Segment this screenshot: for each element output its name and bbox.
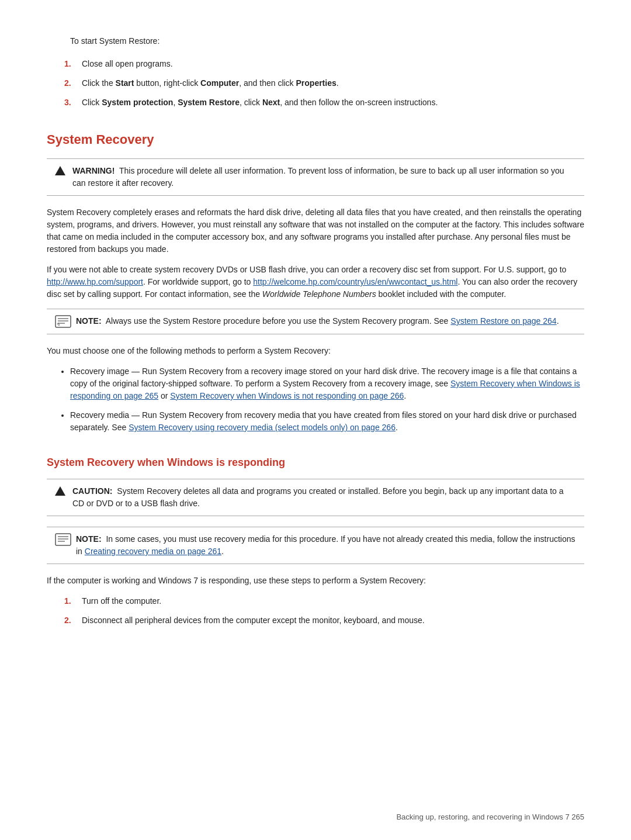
system-recovery-title: System Recovery bbox=[47, 130, 584, 149]
svg-text:✎: ✎ bbox=[56, 322, 60, 327]
bullet-1-mid: or bbox=[158, 391, 170, 400]
note-2-after: . bbox=[221, 547, 224, 556]
srw-step-num-1: 1. bbox=[64, 595, 71, 607]
caution-text: System Recovery deletes all data and pro… bbox=[72, 486, 564, 508]
sr-not-responding-link[interactable]: System Recovery when Windows is not resp… bbox=[170, 391, 404, 400]
note-label-2: NOTE: bbox=[76, 534, 102, 544]
hp-worldwide-link[interactable]: http://welcome.hp.com/country/us/en/wwco… bbox=[253, 277, 457, 286]
note-1-content: NOTE: Always use the System Restore proc… bbox=[76, 315, 559, 327]
sr-para-2-end: booklet included with the computer. bbox=[376, 289, 507, 299]
warning-label: WARNING! bbox=[72, 166, 115, 175]
step-num-3: 3. bbox=[64, 96, 71, 109]
note-1-before: Always use the System Restore procedure … bbox=[106, 316, 451, 326]
note-box-2: NOTE: In some cases, you must use recove… bbox=[47, 527, 584, 564]
sr-using-recovery-link[interactable]: System Recovery using recovery media (se… bbox=[129, 423, 396, 432]
bullet-1-after: . bbox=[404, 391, 406, 400]
srw-para-1: If the computer is working and Windows 7… bbox=[47, 575, 584, 587]
warning-text: WARNING! This procedure will delete all … bbox=[72, 165, 576, 189]
note-label-1: NOTE: bbox=[76, 316, 102, 326]
step-num-1: 1. bbox=[64, 58, 71, 70]
note-box-1: ✎ NOTE: Always use the System Restore pr… bbox=[47, 309, 584, 334]
srw-steps: 1. Turn off the computer. 2. Disconnect … bbox=[47, 595, 584, 627]
intro-step-2: 2. Click the Start button, right-click C… bbox=[82, 77, 584, 89]
sr-para-2-mid: . For worldwide support, go to bbox=[143, 277, 253, 286]
srw-step-1: 1. Turn off the computer. bbox=[82, 595, 584, 607]
step-2-text: Click the Start button, right-click Comp… bbox=[82, 78, 339, 88]
warning-triangle-icon bbox=[55, 166, 65, 175]
srw-step-2: 2. Disconnect all peripheral devices fro… bbox=[82, 614, 584, 627]
system-restore-link[interactable]: System Restore on page 264 bbox=[450, 316, 556, 326]
sr-para-1: System Recovery completely erases and re… bbox=[47, 206, 584, 255]
sr-para-2: If you were not able to create system re… bbox=[47, 264, 584, 300]
note-1-after: . bbox=[557, 316, 559, 326]
note-icon-1: ✎ bbox=[55, 315, 71, 328]
intro-text: To start System Restore: bbox=[47, 35, 584, 47]
subsection-title: System Recovery when Windows is respondi… bbox=[47, 455, 584, 471]
sr-para-2-italic: Worldwide Telephone Numbers bbox=[262, 289, 376, 299]
hp-support-link[interactable]: http://www.hp.com/support bbox=[47, 277, 143, 286]
warning-body: This procedure will delete all user info… bbox=[72, 166, 564, 188]
note-2-content: NOTE: In some cases, you must use recove… bbox=[76, 533, 576, 558]
svg-rect-5 bbox=[56, 534, 71, 545]
step-num-2: 2. bbox=[64, 77, 71, 89]
step-3-text: Click System protection, System Restore,… bbox=[82, 98, 438, 107]
intro-step-3: 3. Click System protection, System Resto… bbox=[82, 96, 584, 109]
note-icon-2 bbox=[55, 533, 71, 546]
caution-content: CAUTION: System Recovery deletes all dat… bbox=[72, 485, 576, 510]
intro-steps: 1. Close all open programs. 2. Click the… bbox=[47, 58, 584, 109]
srw-step-1-text: Turn off the computer. bbox=[82, 596, 161, 606]
step-1-text: Close all open programs. bbox=[82, 59, 173, 68]
page-footer: Backing up, restoring, and recovering in… bbox=[396, 811, 584, 823]
bullet-2-after: . bbox=[396, 423, 398, 432]
caution-label: CAUTION: bbox=[72, 486, 112, 496]
footer-text: Backing up, restoring, and recovering in… bbox=[396, 813, 584, 821]
creating-recovery-media-link[interactable]: Creating recovery media on page 261 bbox=[85, 547, 221, 556]
recovery-methods-list: Recovery image — Run System Recovery fro… bbox=[47, 365, 584, 434]
warning-box: WARNING! This procedure will delete all … bbox=[47, 158, 584, 196]
srw-step-2-text: Disconnect all peripheral devices from t… bbox=[82, 616, 425, 625]
srw-step-num-2: 2. bbox=[64, 614, 71, 627]
caution-box: CAUTION: System Recovery deletes all dat… bbox=[47, 479, 584, 516]
caution-triangle-icon bbox=[55, 486, 65, 496]
intro-step-1: 1. Close all open programs. bbox=[82, 58, 584, 70]
sr-para-2-before: If you were not able to create system re… bbox=[47, 265, 566, 274]
bullet-1: Recovery image — Run System Recovery fro… bbox=[70, 365, 584, 402]
sr-para-3: You must choose one of the following met… bbox=[47, 345, 584, 357]
bullet-2: Recovery media — Run System Recovery fro… bbox=[70, 409, 584, 434]
